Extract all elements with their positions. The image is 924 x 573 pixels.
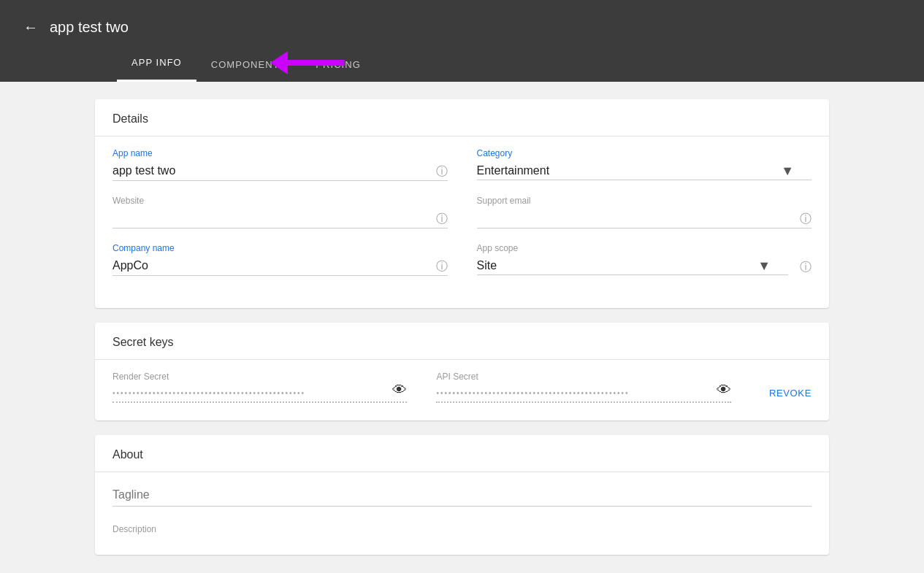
website-label: Website <box>112 196 448 206</box>
about-card: About Description <box>95 435 829 555</box>
support-email-help-icon[interactable]: ⓘ <box>800 212 812 227</box>
company-name-group: Company name ⓘ <box>112 243 448 276</box>
render-secret-label: Render Secret <box>112 372 407 382</box>
tab-pricing[interactable]: PRICING <box>301 47 375 82</box>
app-scope-help-icon[interactable]: ⓘ <box>800 260 812 275</box>
secret-keys-card: Secret keys Render Secret ••••••••••••••… <box>95 323 829 420</box>
company-name-label: Company name <box>112 243 448 253</box>
header: ← app test two APP INFO COMPONENTS PRICI… <box>0 0 924 82</box>
website-help-icon[interactable]: ⓘ <box>436 212 448 227</box>
api-secret-dots: ••••••••••••••••••••••••••••••••••••••••… <box>436 385 730 403</box>
details-card-header: Details <box>95 99 829 136</box>
app-name-label: App name <box>112 148 448 158</box>
render-secret-eye-icon[interactable]: 👁 <box>392 382 407 399</box>
category-label: Category <box>477 148 812 158</box>
tab-components[interactable]: COMPONENTS <box>196 47 302 82</box>
app-name-input[interactable] <box>112 161 448 181</box>
app-scope-select[interactable]: Site Page User <box>477 256 789 275</box>
api-secret-eye-icon[interactable]: 👁 <box>717 382 731 399</box>
tab-app-info[interactable]: APP INFO <box>117 45 196 82</box>
secret-keys-card-header: Secret keys <box>95 323 829 360</box>
website-input[interactable] <box>112 209 448 228</box>
category-select[interactable]: Entertainment Business Education Product… <box>477 161 812 180</box>
description-label: Description <box>112 524 812 534</box>
category-group: Category Entertainment Business Educatio… <box>477 148 812 181</box>
support-email-group: Support email ⓘ <box>477 196 812 228</box>
company-name-help-icon[interactable]: ⓘ <box>436 259 448 274</box>
scope-row: Site Page User ▼ ⓘ <box>477 256 812 275</box>
app-name-group: App name ⓘ <box>112 148 448 181</box>
main-content: Details App name ⓘ Category Entertainmen… <box>0 82 924 573</box>
form-row-2: Website ⓘ Support email ⓘ <box>112 196 812 228</box>
app-scope-label: App scope <box>477 243 812 253</box>
category-select-wrapper: Entertainment Business Education Product… <box>477 161 812 180</box>
about-card-body: Description <box>95 472 829 555</box>
api-secret-label: API Secret <box>436 372 730 382</box>
secret-input-row: Render Secret ••••••••••••••••••••••••••… <box>112 372 812 403</box>
form-row-1: App name ⓘ Category Entertainment Busine… <box>112 148 812 181</box>
app-title: app test two <box>50 19 129 36</box>
nav-tabs: APP INFO COMPONENTS PRICING <box>0 41 924 82</box>
render-secret-dots: ••••••••••••••••••••••••••••••••••••••••… <box>112 385 407 403</box>
revoke-button[interactable]: REVOKE <box>769 388 812 403</box>
form-row-3: Company name ⓘ App scope Site Page User <box>112 243 812 276</box>
secret-keys-card-body: Render Secret ••••••••••••••••••••••••••… <box>95 360 829 420</box>
details-card-body: App name ⓘ Category Entertainment Busine… <box>95 136 829 308</box>
details-card: Details App name ⓘ Category Entertainmen… <box>95 99 829 308</box>
api-secret-group: API Secret •••••••••••••••••••••••••••••… <box>436 372 730 403</box>
website-group: Website ⓘ <box>112 196 448 228</box>
support-email-label: Support email <box>477 196 812 206</box>
app-scope-group: App scope Site Page User ▼ ⓘ <box>477 243 812 276</box>
tagline-group <box>112 484 812 507</box>
tagline-input[interactable] <box>112 484 812 507</box>
app-name-help-icon[interactable]: ⓘ <box>436 164 448 180</box>
back-button[interactable]: ← <box>23 20 38 34</box>
company-name-input[interactable] <box>112 256 448 276</box>
description-group: Description <box>112 524 812 534</box>
support-email-input[interactable] <box>477 209 812 228</box>
about-card-header: About <box>95 435 829 472</box>
header-top: ← app test two <box>0 0 924 41</box>
app-scope-select-wrapper: Site Page User ▼ <box>477 256 789 275</box>
render-secret-group: Render Secret ••••••••••••••••••••••••••… <box>112 372 407 403</box>
